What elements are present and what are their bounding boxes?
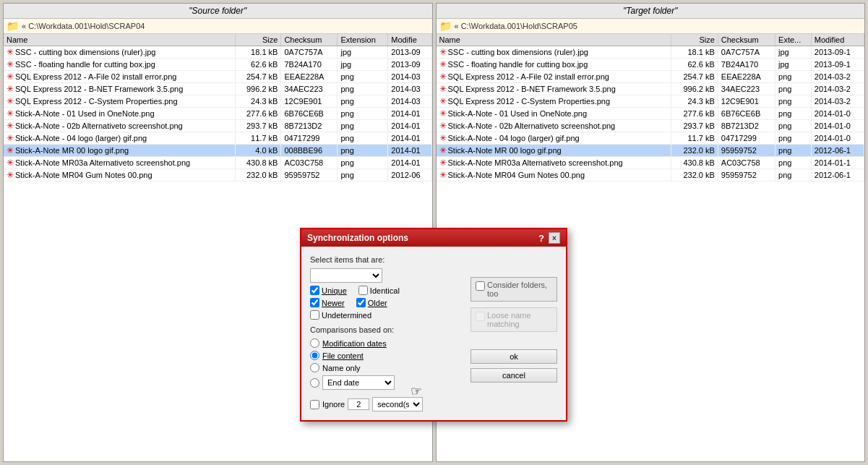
name-only-radio[interactable] — [310, 363, 319, 372]
mod-dates-radio-item[interactable]: Modification dates — [310, 338, 465, 348]
col-size-src[interactable]: Size — [235, 34, 281, 46]
identical-checkbox-item[interactable]: Identical — [358, 286, 400, 295]
file-checksum-cell: 34AEC223 — [281, 83, 338, 95]
file-size-cell: 232.0 kB — [235, 169, 281, 182]
consider-folders-box[interactable]: Consider folders, too — [470, 277, 557, 302]
file-checksum-cell: 7B24A170 — [718, 59, 775, 71]
dialog-help-button[interactable]: ? — [538, 233, 544, 244]
file-content-radio-item[interactable]: File content — [310, 351, 465, 360]
table-row[interactable]: ✳ Stick-A-Note - 02b Alternativeto scree… — [4, 120, 431, 132]
ignore-checkbox[interactable] — [310, 400, 319, 409]
table-row[interactable]: ✳ Stick-A-Note - 04 logo (larger) gif.pn… — [437, 132, 864, 145]
table-row[interactable]: ✳ SQL Express 2012 - A-File 02 install e… — [4, 71, 431, 83]
table-row[interactable]: ✳ SQL Express 2012 - B-NET Framework 3.5… — [4, 83, 431, 95]
newer-checkbox[interactable] — [310, 298, 319, 307]
table-row[interactable]: ✳ SQL Express 2012 - A-File 02 install e… — [437, 71, 864, 83]
table-row[interactable]: ✳ Stick-A-Note MR03a Alternativeto scree… — [437, 157, 864, 169]
older-checkbox-item[interactable]: Older — [356, 298, 387, 307]
undetermined-checkbox[interactable] — [310, 310, 319, 320]
file-modified-cell: 2012-06-1 — [811, 145, 864, 157]
file-modified-cell: 2014-03 — [388, 71, 431, 83]
mod-dates-radio[interactable] — [310, 338, 319, 348]
end-date-radio-item[interactable]: End date — [310, 375, 465, 390]
table-row[interactable]: ✳ SSC - floating handle for cutting box.… — [4, 59, 431, 71]
file-ext-cell: png — [338, 95, 388, 108]
table-row[interactable]: ✳ Stick-A-Note MR 00 logo gif.png 232.0 … — [437, 145, 864, 157]
table-row[interactable]: ✳ SSC - cutting box dimensions (ruler).j… — [4, 46, 431, 59]
table-row[interactable]: ✳ SSC - cutting box dimensions (ruler).j… — [437, 46, 864, 59]
file-modified-cell: 2013-09 — [388, 46, 431, 59]
checkboxes-row-1: Unique Identical — [310, 286, 465, 295]
col-ext-tgt[interactable]: Exte... — [775, 34, 812, 46]
file-content-radio[interactable] — [310, 351, 319, 360]
file-ext-cell: png — [775, 120, 812, 132]
file-checksum-cell: 6B76CE6B — [281, 108, 338, 120]
file-name-cell: ✳ Stick-A-Note - 02b Alternativeto scree… — [437, 120, 671, 132]
dialog-close-button[interactable]: × — [549, 232, 560, 244]
table-row[interactable]: ✳ Stick-A-Note - 04 logo (larger) gif.pn… — [4, 132, 431, 145]
file-icon: ✳ — [439, 96, 447, 106]
end-date-radio[interactable] — [310, 378, 319, 388]
consider-folders-checkbox[interactable] — [476, 281, 485, 291]
sync-options-dialog: Synchronization options ? × Select items… — [300, 228, 567, 422]
col-modified-src[interactable]: Modifie — [388, 34, 431, 46]
file-size-cell: 62.6 kB — [671, 59, 718, 71]
file-name-cell: ✳ Stick-A-Note - 01 Used in OneNote.png — [437, 108, 671, 120]
table-row[interactable]: ✳ Stick-A-Note MR03a Alternativeto scree… — [4, 157, 431, 169]
table-row[interactable]: ✳ Stick-A-Note - 01 Used in OneNote.png … — [437, 108, 864, 120]
target-file-table: Name Size Checksum Exte... Modified ✳ SS… — [437, 34, 865, 182]
file-modified-cell: 2014-01 — [388, 108, 431, 120]
file-name-cell: ✳ SQL Express 2012 - A-File 02 install e… — [4, 71, 235, 83]
select-items-dropdown[interactable] — [310, 268, 382, 283]
ignore-value-input[interactable] — [348, 398, 369, 410]
table-row[interactable]: ✳ Stick-A-Note MR04 Gum Notes 00.png 232… — [437, 169, 864, 182]
file-name-cell: ✳ Stick-A-Note MR 00 logo gif.png — [4, 145, 235, 157]
name-only-label: Name only — [322, 364, 361, 372]
identical-label: Identical — [370, 286, 400, 295]
source-panel-path: 📁 « C:\Workdata.001\Hold\SCRAP04 — [4, 19, 432, 34]
table-row[interactable]: ✳ SQL Express 2012 - C-System Properties… — [4, 95, 431, 108]
unique-checkbox-item[interactable]: Unique — [310, 286, 347, 295]
table-row[interactable]: ✳ SQL Express 2012 - C-System Properties… — [437, 95, 864, 108]
table-row[interactable]: ✳ Stick-A-Note MR 00 logo gif.png 4.0 kB… — [4, 145, 431, 157]
dialog-right-section: Consider folders, too Loose name matchin… — [470, 255, 557, 411]
cancel-button[interactable]: cancel — [470, 368, 557, 383]
table-row[interactable]: ✳ Stick-A-Note MR04 Gum Notes 00.png 232… — [4, 169, 431, 182]
identical-checkbox[interactable] — [358, 286, 368, 295]
name-only-radio-item[interactable]: Name only — [310, 363, 465, 372]
older-checkbox[interactable] — [356, 298, 366, 307]
file-checksum-cell: AC03C758 — [718, 157, 775, 169]
file-checksum-cell: 04717299 — [281, 132, 338, 145]
file-checksum-cell: 34AEC223 — [718, 83, 775, 95]
file-size-cell: 254.7 kB — [671, 71, 718, 83]
table-row[interactable]: ✳ SSC - floating handle for cutting box.… — [437, 59, 864, 71]
file-checksum-cell: 8B7213D2 — [281, 120, 338, 132]
file-ext-cell: png — [775, 169, 812, 182]
col-name-src[interactable]: Name — [4, 34, 235, 46]
seconds-dropdown[interactable]: second(s) minute(s) — [372, 397, 423, 411]
col-modified-tgt[interactable]: Modified — [811, 34, 864, 46]
col-checksum-tgt[interactable]: Checksum — [718, 34, 775, 46]
table-row[interactable]: ✳ Stick-A-Note - 01 Used in OneNote.png … — [4, 108, 431, 120]
file-modified-cell: 2014-01-0 — [811, 108, 864, 120]
undetermined-checkbox-item[interactable]: Undetermined — [310, 310, 371, 320]
col-size-tgt[interactable]: Size — [671, 34, 718, 46]
file-modified-cell: 2014-01 — [388, 120, 431, 132]
table-row[interactable]: ✳ Stick-A-Note - 02b Alternativeto scree… — [437, 120, 864, 132]
file-modified-cell: 2014-01 — [388, 145, 431, 157]
file-icon: ✳ — [439, 133, 447, 143]
file-ext-cell: jpg — [775, 46, 812, 59]
unique-checkbox[interactable] — [310, 286, 319, 295]
file-size-cell: 62.6 kB — [235, 59, 281, 71]
end-date-dropdown[interactable]: End date — [322, 375, 395, 390]
col-checksum-src[interactable]: Checksum — [281, 34, 338, 46]
col-ext-src[interactable]: Extension — [338, 34, 388, 46]
file-checksum-cell: AC03C758 — [281, 157, 338, 169]
file-size-cell: 4.0 kB — [235, 145, 281, 157]
col-name-tgt[interactable]: Name — [437, 34, 671, 46]
table-row[interactable]: ✳ SQL Express 2012 - B-NET Framework 3.5… — [437, 83, 864, 95]
file-name-cell: ✳ Stick-A-Note - 01 Used in OneNote.png — [4, 108, 235, 120]
file-checksum-cell: 7B24A170 — [281, 59, 338, 71]
ok-button[interactable]: ok — [470, 349, 557, 364]
newer-checkbox-item[interactable]: Newer — [310, 298, 345, 307]
